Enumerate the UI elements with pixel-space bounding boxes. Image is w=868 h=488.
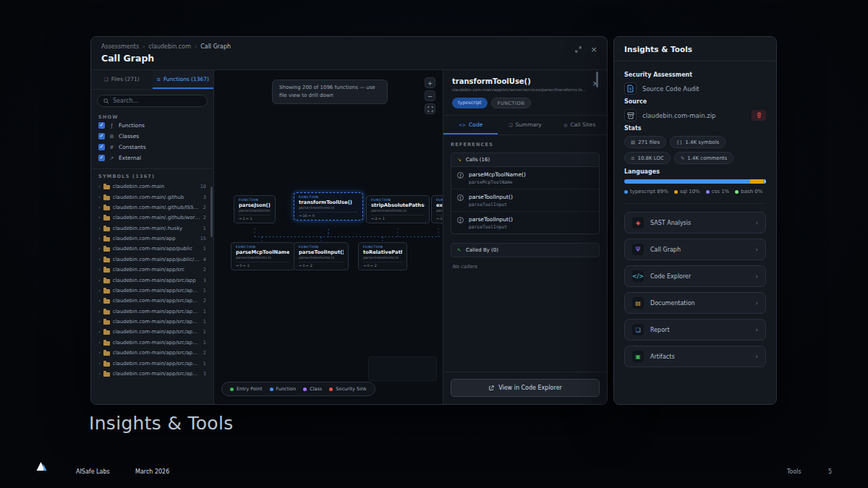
symbol-folder-row[interactable]: › claudebin.com-main/.github/ISSU... 2 bbox=[96, 202, 208, 213]
folder-count: 1 bbox=[203, 319, 206, 325]
fit-view-button[interactable] bbox=[425, 103, 435, 114]
tool-row[interactable]: ▣ Artifacts › bbox=[624, 346, 766, 367]
tab-icon: <> bbox=[459, 122, 466, 127]
breadcrumb-item[interactable]: Call Graph bbox=[191, 43, 231, 50]
graph-node[interactable]: FUNCTION parseJson() parser/transforms.t… bbox=[234, 195, 276, 223]
node-name: stripAbsolutePaths() bbox=[371, 202, 425, 208]
symbol-folder-row[interactable]: › claudebin.com-main/app/src/app/(... 1 bbox=[96, 338, 208, 348]
stat-icon: ▤ bbox=[631, 140, 635, 145]
folder-name: claudebin.com-main bbox=[113, 184, 197, 189]
tool-row[interactable]: Ψ Call Graph › bbox=[624, 239, 766, 260]
language-dot bbox=[706, 190, 710, 194]
tool-row[interactable]: ◈ SAST Analysis › bbox=[624, 212, 766, 234]
chevron-right-icon: › bbox=[98, 194, 101, 200]
detail-tabs: <> Code ❏ Summary ◎ Call Sites bbox=[443, 116, 607, 135]
expand-icon[interactable] bbox=[574, 45, 582, 53]
graph-canvas[interactable]: Showing 200 of 1096 functions — use file… bbox=[214, 70, 443, 404]
symbol-folder-row[interactable]: › claudebin.com-main/app/public/i... 4 bbox=[96, 254, 208, 265]
delete-source-button[interactable] bbox=[752, 110, 766, 121]
graph-node[interactable]: FUNCTION extractText() parser/transforms… bbox=[431, 195, 443, 223]
call-item[interactable]: ƒ parseToolInput() parseToolInput bbox=[451, 212, 599, 234]
function-icon: ƒ bbox=[457, 217, 464, 223]
close-icon[interactable]: × bbox=[590, 45, 598, 53]
symbol-folder-row[interactable]: › claudebin.com-main/app/src/app 3 bbox=[96, 275, 208, 285]
folder-name: claudebin.com-main/app/src/app/(... bbox=[113, 350, 200, 356]
chevron-right-icon: › bbox=[98, 319, 101, 325]
filter-checkbox[interactable]: ✓ bbox=[98, 133, 105, 140]
references-label: REFERENCES bbox=[451, 142, 600, 147]
symbol-folder-row[interactable]: › claudebin.com-main/.github/work... 2 bbox=[96, 213, 208, 223]
call-item[interactable]: ƒ parseToolInput() parseToolInput bbox=[451, 189, 599, 212]
folder-icon bbox=[103, 310, 110, 314]
symbol-folder-row[interactable]: › claudebin.com-main/app/src/app/(... 1 bbox=[96, 317, 208, 327]
symbol-folder-row[interactable]: › claudebin.com-main/app 15 bbox=[96, 234, 208, 244]
symbol-folder-row[interactable]: › claudebin.com-main/app/src/app/(... 1 bbox=[96, 327, 208, 337]
call-identifier: parseMcpToolName bbox=[469, 179, 593, 184]
graph-node[interactable]: FUNCTION stripAbsolutePaths() parser/tra… bbox=[366, 195, 430, 223]
calls-section-header[interactable]: ↘ Calls (16) bbox=[451, 153, 600, 167]
filter-checkbox[interactable]: ✓ bbox=[98, 144, 105, 150]
brand-name: AISafe Labs bbox=[76, 468, 110, 475]
symbol-folder-row[interactable]: › claudebin.com-main 10 bbox=[96, 181, 208, 192]
symbol-folder-row[interactable]: › claudebin.com-main/app/src/app/(... 1 bbox=[96, 358, 208, 368]
search-input[interactable] bbox=[113, 98, 201, 104]
symbol-folder-row[interactable]: › claudebin.com-main/app/src/app/(... 2 bbox=[96, 348, 208, 358]
node-call-stats: → 2 ← 1 bbox=[371, 215, 425, 221]
filter-row: ✓ ↗ External bbox=[98, 153, 206, 163]
security-assessment-item[interactable]: Source Code Audit bbox=[624, 82, 766, 95]
graph-node[interactable]: FUNCTION parseToolInput() parser/transfo… bbox=[294, 242, 349, 270]
node-kind-tag: FUNCTION bbox=[299, 195, 358, 199]
tool-row[interactable]: ❏ Report › bbox=[624, 319, 766, 341]
call-item[interactable]: ƒ parseMcpToolName() parseMcpToolName bbox=[451, 167, 599, 189]
breadcrumb-item[interactable]: Assessments bbox=[101, 43, 139, 50]
filter-checkbox[interactable]: ✓ bbox=[98, 155, 105, 161]
zoom-out-button[interactable]: − bbox=[425, 90, 435, 101]
window-body: ❏ Files (271) ≡ Functions (1367) SHOW bbox=[91, 70, 607, 404]
breadcrumb-item[interactable]: claudebin.com bbox=[139, 43, 191, 50]
detail-tab[interactable]: ◎ Call Sites bbox=[553, 116, 607, 134]
breadcrumb: Assessmentsclaudebin.comCall Graph bbox=[101, 43, 597, 50]
detail-footer: View in Code Explorer bbox=[443, 372, 607, 404]
close-detail-icon[interactable]: × bbox=[591, 79, 600, 87]
graph-minimap[interactable] bbox=[368, 356, 437, 381]
node-name: transformToolUse() bbox=[299, 200, 358, 205]
symbol-folder-row[interactable]: › claudebin.com-main/app/src/app/(e... 1 bbox=[96, 286, 208, 296]
detail-tab[interactable]: <> Code bbox=[443, 116, 498, 134]
sidebar-tab[interactable]: ≡ Functions (1367) bbox=[153, 70, 214, 89]
folder-count: 4 bbox=[203, 257, 206, 262]
graph-node[interactable]: FUNCTION parseMcpToolName() parser/trans… bbox=[231, 242, 294, 270]
folder-count: 1 bbox=[203, 309, 206, 314]
tool-row[interactable]: ▤ Documentation › bbox=[624, 292, 766, 314]
language-segment bbox=[750, 179, 763, 184]
view-in-code-explorer-button[interactable]: View in Code Explorer bbox=[451, 379, 600, 397]
symbol-folder-row[interactable]: › claudebin.com-main/app/src/app/... 2 bbox=[96, 296, 208, 306]
symbol-folder-row[interactable]: › claudebin.com-main/app/src 2 bbox=[96, 265, 208, 275]
node-kind-tag: FUNCTION bbox=[299, 245, 344, 249]
brand-logo bbox=[35, 461, 49, 472]
node-file: parser/transforms.ts bbox=[371, 209, 425, 213]
tool-row[interactable]: </> Code Explorer › bbox=[624, 265, 766, 287]
filter-checkbox[interactable]: ✓ bbox=[98, 122, 105, 129]
chevron-right-icon: › bbox=[98, 246, 101, 252]
symbol-folder-row[interactable]: › claudebin.com-main/.husky 1 bbox=[96, 223, 208, 234]
graph-legend: Entry Point Function Class bbox=[221, 382, 375, 396]
security-assessment-value: Source Code Audit bbox=[642, 85, 766, 93]
called-by-section-header[interactable]: ↖ Called By (0) bbox=[451, 243, 600, 257]
sidebar-tab[interactable]: ❏ Files (271) bbox=[91, 70, 153, 89]
legend-label: Entry Point bbox=[237, 386, 263, 392]
detail-tab[interactable]: ❏ Summary bbox=[498, 116, 552, 134]
symbol-folder-row[interactable]: › claudebin.com-main/app/src/app/(... 3 bbox=[96, 369, 208, 379]
source-item[interactable]: claudebin.com-main.zip bbox=[624, 109, 766, 121]
symbol-folder-row[interactable]: › claudebin.com-main/app/public 1 bbox=[96, 244, 208, 254]
footer-nav-label[interactable]: Tools bbox=[787, 468, 801, 475]
graph-node[interactable]: FUNCTION transformToolUse() parser/trans… bbox=[294, 192, 363, 221]
graph-node[interactable]: FUNCTION toRelativePath() parser/transfo… bbox=[358, 242, 407, 270]
stats-chips: ▤ 271 files {} 1.4K symbols ≡ 10.8K LOC bbox=[624, 136, 766, 164]
tab-label: Code bbox=[469, 121, 482, 128]
folder-icon bbox=[103, 196, 110, 200]
scrollbar[interactable] bbox=[210, 187, 213, 237]
zoom-in-button[interactable]: + bbox=[425, 77, 435, 88]
symbols-section: SYMBOLS (1367) › claudebin.com-main 10 bbox=[91, 169, 213, 404]
symbol-folder-row[interactable]: › claudebin.com-main/app/src/app/(... 1 bbox=[96, 307, 208, 317]
symbol-folder-row[interactable]: › claudebin.com-main/.github 3 bbox=[96, 192, 208, 202]
